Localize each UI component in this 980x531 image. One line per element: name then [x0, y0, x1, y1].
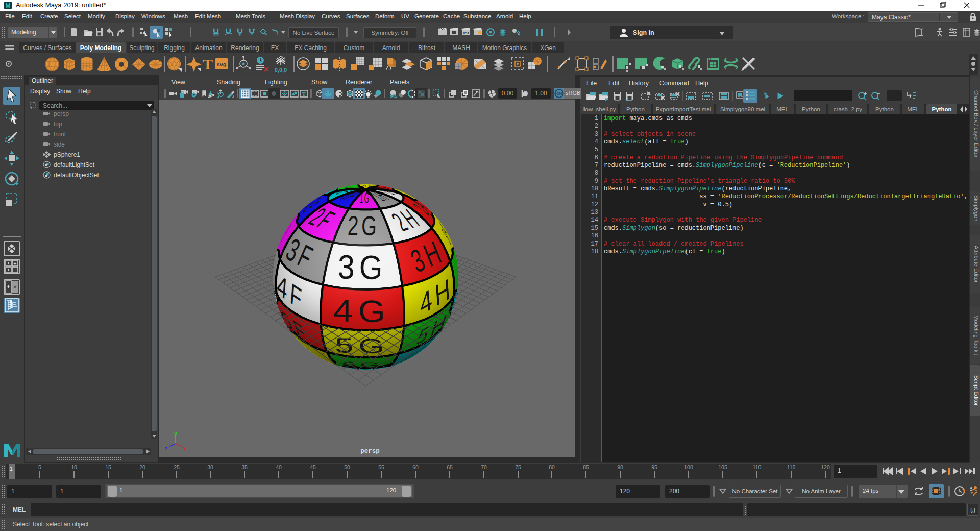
svg-text:z: z	[165, 446, 168, 451]
svg-text:x: x	[183, 446, 186, 451]
svg-text:y: y	[174, 431, 177, 437]
svg-text:persp: persp	[360, 448, 380, 455]
svg-text:3G: 3G	[337, 248, 387, 286]
svg-text:2G: 2G	[347, 210, 380, 241]
svg-text:svg: svg	[217, 61, 227, 67]
svg-text:ON: ON	[556, 91, 562, 96]
svg-text:0,0,0: 0,0,0	[275, 67, 287, 73]
svg-text:T: T	[203, 56, 213, 73]
svg-text:IPR: IPR	[463, 31, 469, 35]
svg-text:T: T	[302, 91, 306, 97]
svg-text:M: M	[6, 2, 11, 9]
svg-text:4G: 4G	[333, 293, 391, 329]
